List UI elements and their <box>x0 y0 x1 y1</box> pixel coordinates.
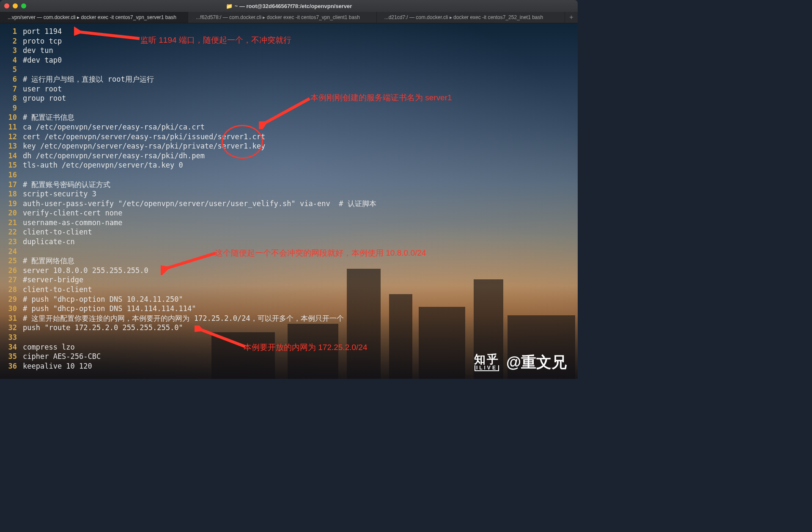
line-number: 18 <box>4 189 23 199</box>
code-text: proto tcp <box>23 36 62 46</box>
code-line: 26server 10.8.0.0 255.255.255.0 <box>4 266 578 276</box>
tab-label: ...f62d578:/ — com.docker.cli ▸ docker e… <box>196 14 360 20</box>
line-number: 30 <box>4 304 23 314</box>
line-number: 21 <box>4 218 23 228</box>
annotation-route: 本例要开放的内网为 172.25.2.0/24 <box>244 342 368 353</box>
window-titlebar: 📁~ — root@32d646567f78:/etc/openvpn/serv… <box>0 0 578 12</box>
code-text: dev tun <box>23 46 53 55</box>
code-text: compress lzo <box>23 342 75 352</box>
svg-line-1 <box>263 99 310 124</box>
code-editor[interactable]: 1port 11942proto tcp3dev tun4#dev tap056… <box>0 23 578 374</box>
window-title-text: ~ — root@32d646567f78:/etc/openvpn/serve… <box>235 3 352 9</box>
code-line: 14dh /etc/openvpn/server/easy-rsa/pki/dh… <box>4 151 578 161</box>
line-number: 3 <box>4 46 23 55</box>
code-text: duplicate-cn <box>23 237 75 247</box>
line-number: 9 <box>4 103 23 113</box>
code-text: keepalive 10 120 <box>23 361 92 371</box>
tab-inet1[interactable]: ...d21cd7:/ — com.docker.cli ▸ docker ex… <box>377 12 565 23</box>
line-number: 6 <box>4 74 23 84</box>
watermark-author: @重文兄 <box>506 352 567 373</box>
line-number: 14 <box>4 151 23 161</box>
code-text: # push "dhcp-option DNS 114.114.114.114" <box>23 304 196 314</box>
line-number: 35 <box>4 352 23 361</box>
minimize-button[interactable] <box>13 3 18 8</box>
code-line: 6# 运行用户与组，直接以 root用户运行 <box>4 74 578 84</box>
code-text: ca /etc/openvpn/server/easy-rsa/pki/ca.c… <box>23 122 205 132</box>
annotation-circle <box>222 125 263 159</box>
tab-server1[interactable]: ...vpn/server — com.docker.cli ▸ docker … <box>0 12 188 23</box>
line-number: 16 <box>4 170 23 180</box>
line-number: 17 <box>4 180 23 190</box>
code-line: 31# 这里开始配置你要连接的内网，本例要开的内网为 172.25.2.0/24… <box>4 314 578 323</box>
code-line: 22client-to-client <box>4 227 578 237</box>
code-line: 17# 配置账号密码的认证方式 <box>4 180 578 190</box>
zhihu-logo: 知乎 ILIVE <box>474 354 499 372</box>
code-text: tls-auth /etc/openvpn/server/ta.key 0 <box>23 160 183 170</box>
code-line: 13key /etc/openvpn/server/easy-rsa/pki/p… <box>4 141 578 151</box>
line-number: 7 <box>4 84 23 94</box>
line-number: 26 <box>4 266 23 276</box>
code-text: auth-user-pass-verify "/etc/openvpn/serv… <box>23 199 376 209</box>
code-text: dh /etc/openvpn/server/easy-rsa/pki/dh.p… <box>23 151 205 161</box>
code-line: 16 <box>4 170 578 180</box>
code-line: 29# push "dhcp-option DNS 10.24.11.250" <box>4 295 578 304</box>
code-line: 12cert /etc/openvpn/server/easy-rsa/pki/… <box>4 132 578 142</box>
code-line: 21username-as-common-name <box>4 218 578 228</box>
annotation-arrow <box>161 250 220 275</box>
code-line: 4#dev tap0 <box>4 55 578 65</box>
line-number: 33 <box>4 333 23 342</box>
line-number: 5 <box>4 65 23 74</box>
code-line: 27#server-bridge <box>4 275 578 285</box>
editor-area: 1port 11942proto tcp3dev tun4#dev tap056… <box>0 23 578 379</box>
code-text: group root <box>23 94 66 103</box>
line-number: 29 <box>4 295 23 304</box>
code-text: client-to-client <box>23 285 92 295</box>
code-text: # 运行用户与组，直接以 root用户运行 <box>23 74 154 84</box>
line-number: 32 <box>4 323 23 333</box>
line-number: 12 <box>4 132 23 142</box>
code-text: #dev tap0 <box>23 55 62 65</box>
zhihu-logo-en: ILIVE <box>475 365 499 371</box>
code-text: server 10.8.0.0 255.255.255.0 <box>23 266 148 276</box>
line-number: 24 <box>4 247 23 256</box>
folder-icon: 📁 <box>226 3 233 9</box>
code-text: # 这里开始配置你要连接的内网，本例要开的内网为 172.25.2.0/24，可… <box>23 314 344 323</box>
code-text: script-security 3 <box>23 189 96 199</box>
line-number: 1 <box>4 27 23 36</box>
code-line: 18script-security 3 <box>4 189 578 199</box>
line-number: 25 <box>4 256 23 266</box>
line-number: 23 <box>4 237 23 247</box>
code-line: 15tls-auth /etc/openvpn/server/ta.key 0 <box>4 160 578 170</box>
line-number: 13 <box>4 141 23 151</box>
annotation-subnet: 这个随便起一个不会冲突的网段就好，本例使用 10.8.0.0/24 <box>215 248 426 259</box>
annotation-arrow <box>195 325 250 351</box>
code-text: # 配置账号密码的认证方式 <box>23 180 110 190</box>
code-text: # 配置网络信息 <box>23 256 74 266</box>
code-text: verify-client-cert none <box>23 208 122 218</box>
svg-line-0 <box>77 32 140 39</box>
watermark: 知乎 ILIVE @重文兄 <box>474 352 567 373</box>
new-tab-button[interactable]: + <box>565 12 578 23</box>
maximize-button[interactable] <box>21 3 26 8</box>
line-number: 31 <box>4 314 23 323</box>
code-line: 20verify-client-cert none <box>4 208 578 218</box>
line-number: 10 <box>4 113 23 122</box>
code-line: 7user root <box>4 84 578 94</box>
annotation-arrow <box>259 95 314 129</box>
line-number: 22 <box>4 227 23 237</box>
line-number: 28 <box>4 285 23 295</box>
tab-client1[interactable]: ...f62d578:/ — com.docker.cli ▸ docker e… <box>188 12 376 23</box>
code-text: client-to-client <box>23 227 92 237</box>
code-line: 3dev tun <box>4 46 578 55</box>
code-line: 28client-to-client <box>4 285 578 295</box>
line-number: 34 <box>4 342 23 352</box>
code-text: # push "dhcp-option DNS 10.24.11.250" <box>23 295 183 304</box>
svg-line-2 <box>165 253 216 269</box>
line-number: 15 <box>4 160 23 170</box>
window-title: 📁~ — root@32d646567f78:/etc/openvpn/serv… <box>0 3 578 9</box>
line-number: 8 <box>4 94 23 103</box>
close-button[interactable] <box>4 3 9 8</box>
tab-bar: ...vpn/server — com.docker.cli ▸ docker … <box>0 12 578 23</box>
tab-label: ...vpn/server — com.docker.cli ▸ docker … <box>8 14 176 20</box>
code-text: user root <box>23 84 62 94</box>
